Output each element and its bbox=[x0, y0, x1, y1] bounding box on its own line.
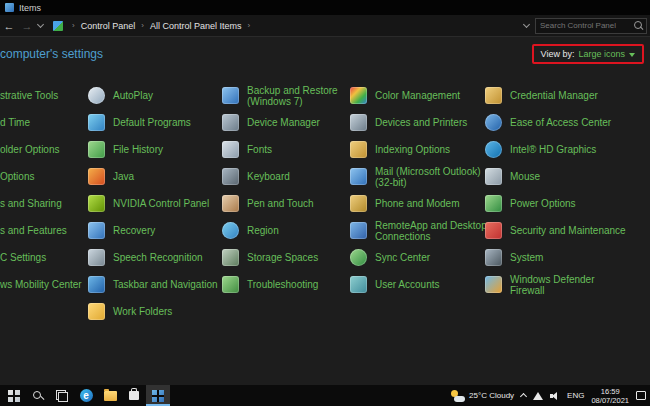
item-devices-and-printers[interactable]: Devices and Printers bbox=[350, 109, 483, 136]
item-region[interactable]: Region bbox=[222, 217, 348, 244]
item-recovery[interactable]: Recovery bbox=[88, 217, 222, 244]
taskbar-file-explorer-button[interactable] bbox=[98, 385, 122, 406]
item-backup-and-restore[interactable]: Backup and Restore (Windows 7) bbox=[222, 82, 348, 109]
item-pen-and-touch[interactable]: Pen and Touch bbox=[222, 190, 348, 217]
control-panel-icon bbox=[53, 21, 63, 31]
item-nvidia-control-panel[interactable]: NVIDIA Control Panel bbox=[88, 190, 222, 217]
item-indexing-options[interactable]: Indexing Options bbox=[350, 136, 483, 163]
clock-date: 08/07/2021 bbox=[591, 396, 629, 405]
item-work-folders[interactable]: Work Folders bbox=[88, 298, 222, 325]
item-label: RemoteApp and Desktop Connections bbox=[375, 220, 487, 242]
item-power-options[interactable]: Power Options bbox=[485, 190, 647, 217]
start-icon bbox=[8, 390, 20, 402]
keyboard-icon bbox=[222, 168, 239, 185]
volume-icon[interactable] bbox=[550, 391, 560, 401]
control-panel-window: Items › Control Panel › All Control Pane… bbox=[0, 0, 650, 406]
item-taskbar-and-navigation[interactable]: Taskbar and Navigation bbox=[88, 271, 222, 298]
devices-and-printers-icon bbox=[350, 114, 367, 131]
store-icon bbox=[129, 391, 139, 400]
item-label: strative Tools bbox=[0, 90, 58, 101]
item-sync-center[interactable]: Sync Center bbox=[350, 244, 483, 271]
item-label: Options bbox=[0, 171, 34, 182]
troubleshooting-icon bbox=[222, 276, 239, 293]
item-internet-options[interactable]: Options bbox=[0, 163, 95, 190]
item-programs-and-features[interactable]: s and Features bbox=[0, 217, 95, 244]
taskbar-store-button[interactable] bbox=[122, 385, 146, 406]
breadcrumb-control-panel[interactable]: Control Panel bbox=[79, 21, 138, 31]
taskbar-start-button[interactable] bbox=[2, 385, 26, 406]
item-windows-mobility-center[interactable]: ws Mobility Center bbox=[0, 271, 95, 298]
item-file-history[interactable]: File History bbox=[88, 136, 222, 163]
items-column-0: strative Toolsd Timeolder OptionsOptions… bbox=[0, 82, 95, 298]
weather-widget[interactable]: 25°C Cloudy bbox=[451, 390, 514, 402]
ease-of-access-center-icon bbox=[485, 114, 502, 131]
item-file-explorer-options[interactable]: older Options bbox=[0, 136, 95, 163]
taskbar-control-panel-button[interactable] bbox=[146, 385, 170, 406]
item-storage-spaces[interactable]: Storage Spaces bbox=[222, 244, 348, 271]
item-user-accounts[interactable]: User Accounts bbox=[350, 271, 483, 298]
hidden-icons-button[interactable] bbox=[520, 393, 527, 400]
address-dropdown-chevron-icon[interactable] bbox=[523, 21, 530, 28]
item-credential-manager[interactable]: Credential Manager bbox=[485, 82, 647, 109]
item-network-and-sharing[interactable]: s and Sharing bbox=[0, 190, 95, 217]
breadcrumb-separator: › bbox=[137, 21, 148, 30]
header-row: computer's settings View by: Large icons bbox=[0, 40, 650, 68]
taskbar-task-view-button[interactable] bbox=[50, 385, 74, 406]
item-system[interactable]: System bbox=[485, 244, 647, 271]
search-box bbox=[535, 18, 647, 34]
item-device-manager[interactable]: Device Manager bbox=[222, 109, 348, 136]
item-speech-recognition[interactable]: Speech Recognition bbox=[88, 244, 222, 271]
item-label: Sync Center bbox=[375, 252, 430, 263]
item-mail[interactable]: Mail (Microsoft Outlook) (32-bit) bbox=[350, 163, 483, 190]
item-label: Work Folders bbox=[113, 306, 172, 317]
item-windows-defender-firewall[interactable]: Windows Defender Firewall bbox=[485, 271, 647, 298]
item-label: Pen and Touch bbox=[247, 198, 314, 209]
network-icon[interactable] bbox=[533, 392, 543, 400]
item-phone-and-modem[interactable]: Phone and Modem bbox=[350, 190, 483, 217]
item-date-and-time[interactable]: d Time bbox=[0, 109, 95, 136]
item-tablet-pc-settings[interactable]: C Settings bbox=[0, 244, 95, 271]
item-intel-hd-graphics[interactable]: Intel® HD Graphics bbox=[485, 136, 647, 163]
navigation-bar: › Control Panel › All Control Panel Item… bbox=[0, 15, 650, 37]
item-label: NVIDIA Control Panel bbox=[113, 198, 209, 209]
forward-button[interactable] bbox=[18, 20, 36, 32]
back-button[interactable] bbox=[0, 20, 18, 32]
taskbar-buttons bbox=[2, 385, 170, 406]
item-administrative-tools[interactable]: strative Tools bbox=[0, 82, 95, 109]
view-by-control[interactable]: View by: Large icons bbox=[532, 44, 644, 64]
item-label: Region bbox=[247, 225, 279, 236]
item-keyboard[interactable]: Keyboard bbox=[222, 163, 348, 190]
action-center-icon[interactable] bbox=[636, 391, 646, 400]
windows-defender-firewall-icon bbox=[485, 276, 502, 293]
item-label: Ease of Access Center bbox=[510, 117, 611, 128]
item-ease-of-access-center[interactable]: Ease of Access Center bbox=[485, 109, 647, 136]
taskbar-edge-button[interactable] bbox=[74, 385, 98, 406]
clock-time: 16:59 bbox=[591, 387, 629, 396]
item-remoteapp-and-desktop-connections[interactable]: RemoteApp and Desktop Connections bbox=[350, 217, 483, 244]
item-autoplay[interactable]: AutoPlay bbox=[88, 82, 222, 109]
item-troubleshooting[interactable]: Troubleshooting bbox=[222, 271, 348, 298]
search-input[interactable] bbox=[536, 21, 633, 30]
item-fonts[interactable]: Fonts bbox=[222, 136, 348, 163]
recent-locations-chevron-icon[interactable] bbox=[37, 21, 44, 28]
item-java[interactable]: Java bbox=[88, 163, 222, 190]
item-color-management[interactable]: Color Management bbox=[350, 82, 483, 109]
item-security-and-maintenance[interactable]: Security and Maintenance bbox=[485, 217, 647, 244]
items-column-1: AutoPlayDefault ProgramsFile HistoryJava… bbox=[88, 82, 222, 325]
items-column-3: Color ManagementDevices and PrintersInde… bbox=[350, 82, 483, 298]
storage-spaces-icon bbox=[222, 249, 239, 266]
mouse-icon bbox=[485, 168, 502, 185]
item-label: Keyboard bbox=[247, 171, 290, 182]
clock[interactable]: 16:59 08/07/2021 bbox=[591, 387, 629, 405]
breadcrumb-all-control-panel-items[interactable]: All Control Panel Items bbox=[148, 21, 244, 31]
navbar-right bbox=[522, 18, 650, 34]
window-title: Items bbox=[19, 3, 41, 13]
taskbar-search-button[interactable] bbox=[26, 385, 50, 406]
item-label: Backup and Restore (Windows 7) bbox=[247, 85, 338, 107]
search-icon bbox=[32, 390, 44, 402]
item-mouse[interactable]: Mouse bbox=[485, 163, 647, 190]
language-indicator[interactable]: ENG bbox=[567, 391, 584, 400]
taskbar: 25°C Cloudy ENG 16:59 08/07/2021 bbox=[0, 385, 650, 406]
item-default-programs[interactable]: Default Programs bbox=[88, 109, 222, 136]
items-column-2: Backup and Restore (Windows 7)Device Man… bbox=[222, 82, 348, 298]
